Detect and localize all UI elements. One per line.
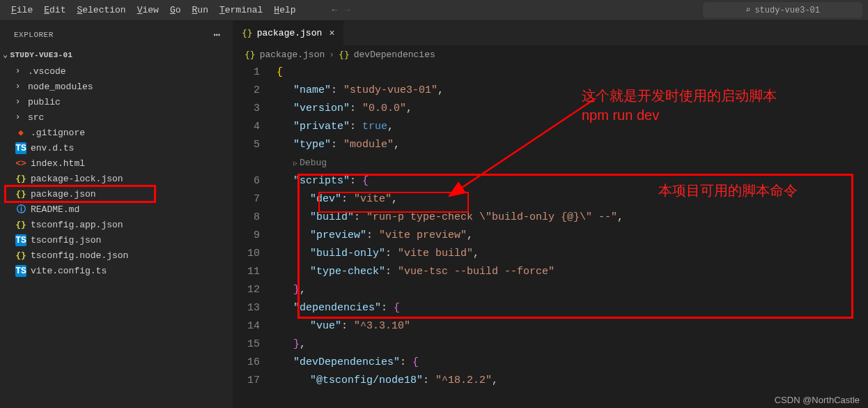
folder-src[interactable]: ›src — [0, 109, 233, 125]
chevron-right-icon: › — [15, 66, 24, 76]
explorer-more-icon[interactable]: ⋯ — [213, 28, 222, 42]
project-root[interactable]: ⌄ STUDY-VUE3-01 — [0, 47, 233, 62]
folder-node_modules[interactable]: ›node_modules — [0, 79, 233, 94]
json-file-icon: {} — [245, 50, 256, 60]
file-tsconfig-node-json[interactable]: {}tsconfig.node.json — [0, 248, 233, 263]
menu-view[interactable]: View — [132, 2, 164, 18]
folder-public[interactable]: ›public — [0, 94, 233, 109]
folder-label: .vscode — [28, 66, 66, 77]
breadcrumb[interactable]: {} package.json › {} devDependencies — [233, 45, 868, 63]
code-line: "private": true, — [272, 118, 868, 136]
menu-run[interactable]: Run — [187, 2, 214, 18]
file-tsconfig-app-json[interactable]: {}tsconfig.app.json — [0, 217, 233, 232]
search-label: study-vue3-01 — [754, 6, 820, 15]
file-label: README.md — [31, 204, 79, 215]
menu-help[interactable]: Help — [268, 2, 301, 18]
json-icon: {} — [15, 250, 26, 261]
code-line: "version": "0.0.0", — [272, 100, 868, 118]
nav-forward-icon[interactable]: → — [344, 5, 350, 15]
debug-codelens[interactable]: ▷Debug — [293, 154, 327, 173]
file-label: env.d.ts — [31, 143, 74, 153]
project-name: STUDY-VUE3-01 — [10, 51, 73, 59]
file-package-json[interactable]: {}package.json — [0, 186, 233, 202]
chevron-right-icon: › — [15, 112, 24, 122]
close-icon[interactable]: × — [329, 28, 334, 39]
watermark: CSDN @NorthCastle — [775, 395, 860, 405]
menu-selection[interactable]: Selection — [71, 2, 131, 18]
breadcrumb-part: package.json — [260, 50, 325, 60]
menubar: FileEditSelectionViewGoRunTerminalHelp ←… — [0, 0, 868, 21]
code-line: "scripts": { — [272, 172, 868, 190]
file-label: vite.config.ts — [31, 266, 107, 276]
code-line: "build-only": "vite build", — [272, 245, 868, 263]
folder--vscode[interactable]: ›.vscode — [0, 63, 233, 79]
nav-arrows: ← → — [332, 5, 350, 15]
folder-label: src — [28, 112, 44, 123]
code-line: "type-check": "vue-tsc --build --force" — [272, 263, 868, 281]
folder-label: node_modules — [28, 82, 93, 92]
html-icon: <> — [15, 158, 26, 169]
file-label: tsconfig.node.json — [31, 250, 128, 261]
nav-back-icon[interactable]: ← — [332, 5, 338, 15]
ts-icon: TS — [15, 142, 26, 154]
file-index-html[interactable]: <>index.html — [0, 156, 233, 171]
json-icon: {} — [15, 174, 26, 184]
ts-icon: TS — [15, 265, 26, 277]
file-README-md[interactable]: ⓘREADME.md — [0, 202, 233, 217]
file-vite-config-ts[interactable]: TSvite.config.ts — [0, 263, 233, 278]
file-package-lock-json[interactable]: {}package-lock.json — [0, 171, 233, 186]
readme-icon: ⓘ — [15, 203, 26, 216]
git-icon: ◆ — [15, 127, 26, 138]
code-line: ▷Debug — [272, 154, 868, 172]
chevron-right-icon: › — [329, 50, 334, 60]
json-icon: {} — [15, 189, 26, 199]
code-line: "vue": "^3.3.10" — [272, 317, 868, 335]
code-line: }, — [272, 335, 868, 354]
json-object-icon: {} — [339, 50, 350, 60]
code-content[interactable]: {"name": "study-vue3-01","version": "0.0… — [272, 63, 868, 408]
line-gutter: 1234567891011121314151617 — [233, 63, 272, 408]
code-line: "dependencies": { — [272, 299, 868, 317]
menu-edit[interactable]: Edit — [38, 2, 71, 18]
code-line: "type": "module", — [272, 136, 868, 154]
file-label: package.json — [31, 189, 96, 199]
file-label: tsconfig.app.json — [31, 220, 123, 230]
command-center[interactable]: ⌕ study-vue3-01 — [703, 2, 862, 18]
file-tsconfig-json[interactable]: TStsconfig.json — [0, 232, 233, 248]
explorer-title: EXPLORER — [14, 31, 54, 39]
menu-terminal[interactable]: Terminal — [214, 2, 268, 18]
json-file-icon: {} — [242, 28, 253, 38]
code-line: "preview": "vite preview", — [272, 227, 868, 245]
json-icon: {} — [15, 220, 26, 230]
search-icon: ⌕ — [745, 5, 750, 15]
file-tree: ›.vscode›node_modules›public›src◆.gitign… — [0, 62, 233, 280]
file-env-d-ts[interactable]: TSenv.d.ts — [0, 140, 233, 156]
file--gitignore[interactable]: ◆.gitignore — [0, 125, 233, 140]
menu-go[interactable]: Go — [164, 2, 187, 18]
chevron-down-icon: ⌄ — [3, 50, 8, 60]
code-line: "dev": "vite", — [272, 190, 868, 209]
code-line: "devDependencies": { — [272, 354, 868, 372]
code-line: }, — [272, 281, 868, 299]
editor-area: {} package.json × {} package.json › {} d… — [233, 21, 868, 408]
file-label: tsconfig.json — [31, 235, 101, 245]
folder-label: public — [28, 97, 61, 107]
code-line: "build": "run-p type-check \"build-only … — [272, 209, 868, 227]
code-line: "@tsconfig/node18": "^18.2.2", — [272, 372, 868, 390]
menu-file[interactable]: File — [6, 2, 38, 18]
code-editor[interactable]: 1234567891011121314151617 {"name": "stud… — [233, 63, 868, 408]
chevron-right-icon: › — [15, 82, 24, 91]
chevron-right-icon: › — [15, 97, 24, 107]
explorer-sidebar: EXPLORER ⋯ ⌄ STUDY-VUE3-01 ›.vscode›node… — [0, 21, 233, 408]
file-label: .gitignore — [31, 128, 85, 138]
file-label: index.html — [31, 158, 85, 169]
tab-label: package.json — [257, 28, 323, 38]
breadcrumb-part: devDependencies — [354, 50, 435, 60]
file-label: package-lock.json — [31, 174, 123, 184]
tab-bar: {} package.json × — [233, 21, 868, 45]
code-line: { — [272, 63, 868, 82]
tab-package-json[interactable]: {} package.json × — [233, 21, 344, 45]
code-line: "name": "study-vue3-01", — [272, 82, 868, 100]
tscfg-icon: TS — [15, 234, 26, 246]
